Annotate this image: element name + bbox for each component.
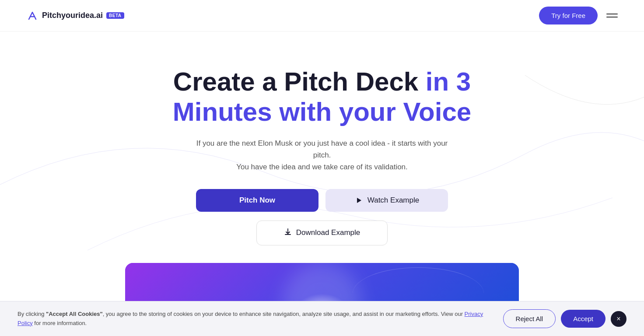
- hero-title: Create a Pitch Deck in 3 Minutes with yo…: [9, 66, 635, 127]
- cookie-text: By clicking "Accept All Cookies", you ag…: [18, 310, 490, 324]
- watch-example-label: Watch Example: [368, 196, 419, 205]
- close-cookie-button[interactable]: ×: [611, 311, 626, 324]
- watch-example-button[interactable]: Watch Example: [326, 189, 448, 212]
- cookie-text-end: for more information.: [33, 320, 87, 324]
- logo-icon: [26, 10, 38, 22]
- hero-content: Create a Pitch Deck in 3 Minutes with yo…: [9, 66, 635, 324]
- logo-text: Pitchyouridea.ai: [42, 11, 103, 20]
- hero-title-part2: Minutes with your Voice: [173, 97, 471, 126]
- hero-subtitle-line1: If you are the next Elon Musk or you jus…: [196, 139, 448, 159]
- download-icon: [284, 228, 292, 238]
- header: Pitchyouridea.ai BETA Try for Free: [0, 0, 644, 32]
- cookie-banner: By clicking "Accept All Cookies", you ag…: [0, 301, 644, 324]
- hero-title-part1: Create a Pitch Deck: [173, 67, 426, 96]
- hamburger-line-2: [606, 17, 618, 18]
- cookie-text-after: , you agree to the storing of cookies on…: [103, 311, 465, 317]
- cookie-bold: "Accept All Cookies": [46, 311, 103, 317]
- download-example-label: Download Example: [296, 228, 360, 237]
- cookie-actions: Reject All Accept ×: [503, 309, 626, 324]
- logo-area: Pitchyouridea.ai BETA: [26, 10, 124, 22]
- hero-section: Create a Pitch Deck in 3 Minutes with yo…: [0, 32, 644, 324]
- download-row: Download Example: [9, 220, 635, 245]
- svg-marker-0: [357, 198, 361, 203]
- hero-buttons: Pitch Now Watch Example: [9, 189, 635, 212]
- try-free-button[interactable]: Try for Free: [539, 7, 598, 24]
- hero-title-highlight: in 3: [426, 67, 471, 96]
- accept-button[interactable]: Accept: [561, 310, 606, 324]
- hamburger-line-1: [606, 14, 618, 14]
- hero-subtitle: If you are the next Elon Musk or you jus…: [191, 137, 453, 173]
- pitch-now-button[interactable]: Pitch Now: [196, 189, 318, 212]
- beta-badge: BETA: [106, 12, 124, 19]
- reject-all-button[interactable]: Reject All: [503, 309, 556, 324]
- menu-button[interactable]: [606, 14, 618, 18]
- header-right: Try for Free: [539, 7, 618, 24]
- download-example-button[interactable]: Download Example: [256, 220, 388, 245]
- hero-subtitle-line2: You have the idea and we take care of it…: [236, 163, 408, 171]
- play-icon: [354, 196, 363, 205]
